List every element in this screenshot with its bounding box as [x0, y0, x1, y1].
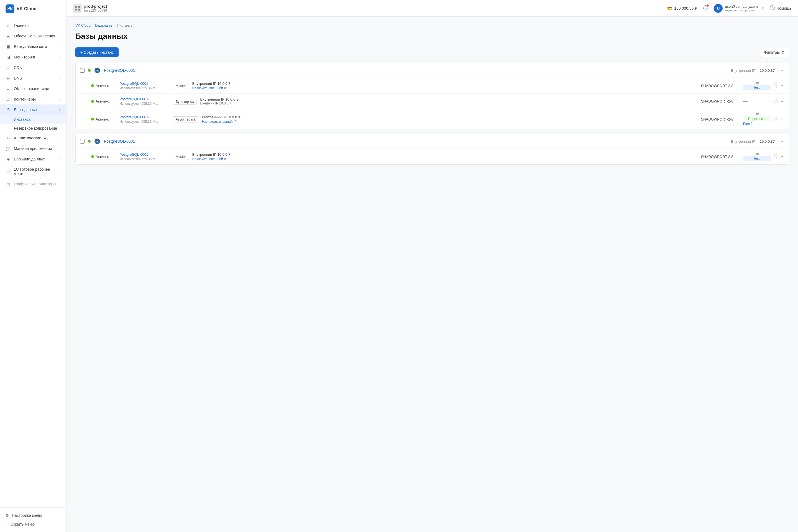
row-3-assign-ip-link[interactable]: Назначить внешний IP	[202, 120, 236, 124]
svg-rect-2	[75, 6, 77, 8]
page-content: VK Cloud › Databases › Инстансы Базы дан…	[66, 17, 798, 532]
row-2-status-dot	[91, 100, 94, 103]
network-icon: ▣	[5, 44, 11, 49]
sidebar-item-storage[interactable]: ≡ Объект. хранилище ›	[0, 83, 66, 94]
sidebar-item-instances[interactable]: Инстансы	[0, 115, 66, 124]
sidebar-settings[interactable]: ⚙ Настройка меню	[5, 511, 61, 520]
instance-card-2-header[interactable]: PG PostgreSQL-0001 Внутренний IP 10.0.0.…	[76, 134, 789, 149]
sidebar-bottom: ⚙ Настройка меню « Скрыть меню	[0, 507, 66, 532]
sidebar-item-networks[interactable]: ▣ Виртуальные сети ›	[0, 41, 66, 52]
svg-rect-4	[75, 8, 77, 11]
filter-button[interactable]: Фильтры ⚙	[760, 48, 789, 57]
storage-icon: ≡	[5, 86, 11, 91]
sidebar-navigation: ⌂ Главная ☁ Облачные вычисления › ▣ Вирт…	[0, 18, 66, 507]
table-row: Активно PostgreSQL-0001-... Используется…	[76, 149, 789, 164]
svg-point-6	[705, 10, 706, 11]
user-chevron-icon: ∨	[762, 6, 764, 10]
instance-1-checkbox[interactable]	[80, 68, 84, 73]
cloud-icon: ☁	[5, 34, 11, 39]
instance-1-name-link[interactable]: PostgreSQL-0001	[104, 68, 135, 73]
sidebar-item-analytics[interactable]: ⚙ Аналитические БД ›	[0, 133, 66, 143]
breadcrumb-databases[interactable]: Databases	[95, 23, 112, 27]
row-3-more-button[interactable]: ···	[781, 117, 784, 122]
card2-row-1-assign-ip-link[interactable]: Назначить внешний IP	[192, 157, 227, 161]
svg-text:PG: PG	[95, 69, 99, 72]
create-instance-button[interactable]: + Создать инстанс	[75, 48, 119, 57]
wallet-icon: 💳	[667, 6, 672, 11]
project-selector[interactable]: prod-project mcs123456789 ∨	[73, 4, 113, 13]
instance-1-status-dot	[88, 69, 91, 72]
row-3-name-link[interactable]: PostgreSQL-0001-...	[119, 115, 169, 119]
breadcrumb-vkcloud[interactable]: VK Cloud	[75, 23, 91, 27]
user-role: Администратор проек...	[725, 8, 758, 12]
instance-2-rows: Активно PostgreSQL-0001-... Используется…	[76, 149, 789, 164]
main-content: prod-project mcs123456789 ∨ 💳 150 000.50…	[66, 0, 798, 532]
breadcrumb-sep-2: ›	[114, 23, 115, 27]
row-1-name-link[interactable]: PostgreSQL-0001-...	[119, 81, 169, 86]
row-1-db-tag: test	[743, 85, 771, 90]
card2-row-1-info-button[interactable]: ⓘ	[774, 154, 779, 159]
help-button[interactable]: ? Помощь	[770, 5, 791, 11]
row-2-name-link[interactable]: PostgreSQL-0001-...	[119, 97, 169, 101]
row-2-info-button[interactable]: ⓘ	[774, 98, 779, 104]
chevron-right-icon: ›	[60, 45, 61, 48]
row-3-more-db-link[interactable]: Еще 2	[743, 122, 753, 126]
sidebar-item-backup[interactable]: Резервное копирование	[0, 124, 66, 133]
monitoring-icon: 📊	[5, 55, 11, 60]
containers-icon: ⬡	[5, 97, 11, 102]
user-menu[interactable]: U user@company.com Администратор проек..…	[714, 4, 764, 13]
user-avatar: U	[714, 4, 723, 13]
balance-display: 💳 150 000.50 ₽	[667, 6, 697, 11]
bigdata-icon: ◈	[5, 156, 11, 162]
card2-row-1-role-badge: Master	[173, 154, 189, 160]
sidebar-item-cloud[interactable]: ☁ Облачные вычисления ›	[0, 31, 66, 41]
analytics-icon: ⚙	[5, 135, 11, 140]
sidebar-item-containers[interactable]: ⬡ Контейнеры ›	[0, 94, 66, 104]
row-3-role-badge: Async replica	[173, 116, 198, 122]
project-chevron-icon: ∨	[110, 6, 113, 10]
row-1-info-button[interactable]: ⓘ	[774, 83, 779, 89]
instance-1-more-button[interactable]: ···	[778, 68, 784, 73]
gpu-icon: ▤	[5, 182, 11, 187]
instance-2-checkbox[interactable]	[80, 139, 84, 144]
chevron-down-icon: ∨	[59, 108, 61, 111]
svg-text:PG: PG	[95, 140, 99, 143]
sidebar-item-bigdata[interactable]: ◈ Большие данные ›	[0, 154, 66, 164]
dns-icon: ◎	[5, 76, 11, 81]
postgresql-icon-2: PG	[94, 138, 100, 145]
row-3-info-button[interactable]: ⓘ	[774, 116, 779, 122]
instance-2-more-button[interactable]: ···	[778, 138, 784, 144]
instance-card-1-header[interactable]: PG PostgreSQL-0001 Внутренний IP 10.0.0.…	[76, 63, 789, 78]
sidebar-item-cdn[interactable]: ⇄ CDN ›	[0, 62, 66, 73]
sidebar-item-monitoring[interactable]: 📊 Мониторинг ›	[0, 52, 66, 62]
project-icon	[73, 4, 82, 13]
card2-row-1-name-link[interactable]: PostgreSQL-0001-...	[119, 152, 169, 156]
instance-2-name-link[interactable]: PostgreSQL-0001	[104, 139, 135, 144]
chevron-right-icon: ›	[60, 87, 61, 90]
project-id: mcs123456789	[84, 8, 107, 13]
chevron-right-icon: ›	[60, 183, 61, 186]
card2-row-1-more-button[interactable]: ···	[781, 154, 784, 159]
sidebar-item-databases[interactable]: 🗄 Базы данных ∨	[0, 104, 66, 115]
row-2-more-button[interactable]: ···	[781, 99, 784, 104]
sidebar-item-1c[interactable]: ① 1С Готовое рабочее место ›	[0, 164, 66, 179]
cdn-icon: ⇄	[5, 65, 11, 70]
notifications-button[interactable]	[703, 5, 708, 11]
sidebar-item-marketplace[interactable]: 🛒 Магазин приложений ›	[0, 143, 66, 154]
sidebar: VK Cloud ⌂ Главная ☁ Облачные вычисления…	[0, 0, 66, 532]
chevron-right-icon: ›	[60, 98, 61, 101]
row-1-more-button[interactable]: ···	[781, 83, 784, 88]
1c-icon: ①	[5, 169, 11, 174]
sidebar-item-dns[interactable]: ◎ DNS ›	[0, 73, 66, 83]
sidebar-hide[interactable]: « Скрыть меню	[5, 520, 61, 529]
card2-row-1-db-tag: test	[743, 156, 771, 161]
vk-cloud-logo-icon	[5, 4, 14, 13]
sidebar-item-home[interactable]: ⌂ Главная	[0, 20, 66, 31]
instance-card-2: PG PostgreSQL-0001 Внутренний IP 10.0.0.…	[75, 134, 789, 165]
notification-badge	[706, 4, 709, 7]
row-1-assign-ip-link[interactable]: Назначить внешний IP	[192, 86, 227, 90]
logo[interactable]: VK Cloud	[0, 0, 66, 18]
row-1-role-badge: Master	[173, 83, 189, 89]
table-row: Активно PostgreSQL-0001-... Используется…	[76, 109, 789, 129]
table-row: Активно PostgreSQL-0001-... Используется…	[76, 93, 789, 109]
